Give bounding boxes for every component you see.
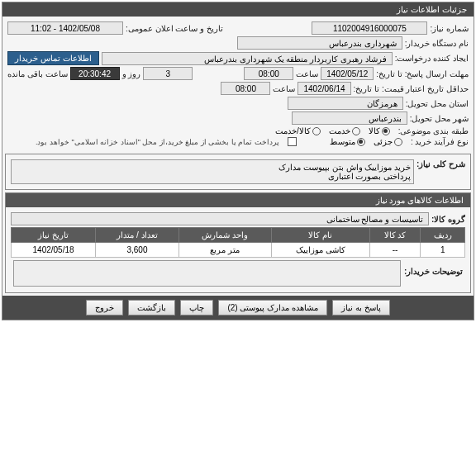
requester-label: ایجاد کننده درخواست:: [395, 54, 469, 63]
panel-title: جزئیات اطلاعات نیاز: [2, 2, 474, 17]
class-label: طبقه بندی موضوعی:: [398, 126, 469, 135]
min-valid-label: حداقل تاریخ اعتبار قیمت: تا تاریخ:: [354, 84, 469, 93]
remain-value: 20:30:42: [70, 67, 120, 80]
th-qty: تعداد / متدار: [96, 228, 179, 243]
process-label: نوع فرآیند خرید :: [411, 137, 469, 146]
announce-value: 1402/05/08 - 11:02: [7, 21, 123, 35]
attachments-button[interactable]: مشاهده مدارک پیوستی (2): [218, 300, 327, 315]
items-table: ردیف کد کالا نام کالا واحد شمارش تعداد /…: [11, 227, 465, 258]
desc-text: خرید موزاییک واش بتن بپیوست مدارک پرداخت…: [11, 159, 414, 184]
buyer-label: نام دستگاه خریدار:: [405, 39, 469, 48]
items-section: اطلاعات کالاهای مورد نیاز گروه کالا: تاس…: [5, 192, 471, 293]
min-valid-time: 08:00: [221, 82, 270, 95]
radio-goods[interactable]: کالا: [369, 126, 390, 135]
footer-bar: پاسخ به نیاز مشاهده مدارک پیوستی (2) چاپ…: [2, 296, 474, 320]
buyer-value: شهرداری بندرعباس: [237, 36, 402, 50]
city-value: بندرعباس: [292, 111, 407, 125]
requester-value: فرشاد رهبری کاربردار منطقه یک شهرداری بن…: [102, 52, 393, 65]
group-value: تاسیسات و مصالح ساختمانی: [11, 212, 429, 225]
remain-label: ساعت باقی مانده: [7, 69, 68, 78]
treasury-checkbox[interactable]: [288, 137, 297, 146]
th-name: نام کالا: [271, 228, 369, 243]
buyer-notes-box: [13, 260, 401, 287]
th-code: کد کالا: [369, 228, 421, 243]
city-label: شهر محل تحویل:: [410, 114, 469, 123]
buyer-notes-label: توضیحات خریدار:: [404, 260, 463, 287]
radio-icon: [312, 127, 321, 135]
contact-button[interactable]: اطلاعات تماس خریدار: [7, 51, 99, 65]
th-date: تاریخ نیاز: [12, 228, 96, 243]
print-button[interactable]: چاپ: [180, 300, 213, 315]
exit-button[interactable]: خروج: [86, 300, 123, 315]
details-panel: جزئیات اطلاعات نیاز شماره نیاز: 11020049…: [2, 2, 474, 320]
hour-word-2: ساعت: [273, 84, 295, 93]
group-label: گروه کالا:: [431, 215, 465, 224]
deadline-time: 08:00: [244, 67, 293, 80]
radio-both[interactable]: کالا/خدمت: [275, 126, 321, 135]
province-value: هرمزگان: [288, 97, 403, 110]
back-button[interactable]: بازگشت: [128, 300, 175, 315]
radio-icon: [394, 138, 402, 146]
radio-icon: [352, 127, 360, 135]
table-row: 1 -- کاشی موزاییک متر مربع 3,600 1402/05…: [12, 243, 465, 258]
days-label: روز و: [122, 69, 141, 78]
pay-note: پرداخت تمام یا بخشی از مبلغ خرید،از محل …: [36, 138, 279, 146]
deadline-date: 1402/05/12: [321, 67, 374, 80]
radio-service[interactable]: خدمت: [329, 126, 360, 135]
deadline-label: مهلت ارسال پاسخ: تا تاریخ:: [376, 69, 469, 78]
items-header: اطلاعات کالاهای مورد نیاز: [376, 196, 464, 205]
min-valid-date: 1402/06/14: [298, 82, 350, 95]
hour-word-1: ساعت: [296, 69, 318, 78]
desc-section: شرح کلی نیاز: خرید موزاییک واش بتن بپیوس…: [5, 154, 471, 190]
radio-partial[interactable]: جزئی: [374, 137, 402, 146]
radio-icon: [382, 127, 390, 135]
desc-label: شرح کلی نیاز:: [416, 159, 465, 168]
days-value: 3: [143, 67, 193, 80]
radio-medium[interactable]: متوسط: [330, 137, 365, 146]
respond-button[interactable]: پاسخ به نیاز: [332, 300, 390, 315]
th-row: ردیف: [421, 228, 465, 243]
province-label: استان محل تحویل:: [406, 99, 469, 108]
announce-label: تاریخ و ساعت اعلان عمومی:: [126, 24, 223, 33]
need-no-value: 1102004916000075: [312, 21, 427, 35]
th-unit: واحد شمارش: [178, 228, 271, 243]
radio-icon: [357, 138, 365, 146]
need-no-label: شماره نیاز:: [430, 24, 469, 33]
